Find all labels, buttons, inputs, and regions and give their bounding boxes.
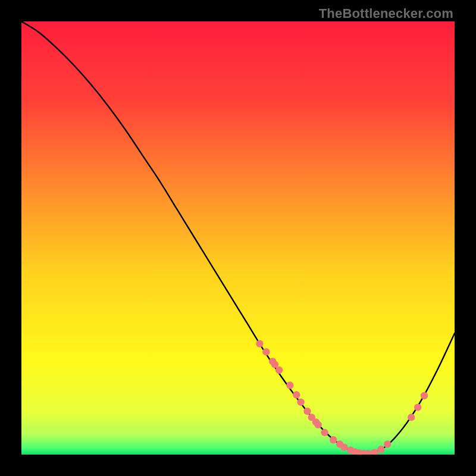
data-point (293, 391, 300, 398)
gradient-background (21, 21, 455, 455)
data-point (286, 381, 293, 389)
data-point (408, 414, 415, 421)
data-point (303, 408, 311, 415)
data-point (414, 403, 421, 411)
chart-svg (21, 21, 455, 455)
data-point (340, 443, 347, 450)
chart-frame (21, 21, 455, 455)
data-point (384, 440, 391, 447)
data-point (275, 367, 283, 374)
data-point (330, 436, 337, 443)
data-point (297, 399, 304, 406)
data-point (314, 421, 321, 428)
data-point (377, 446, 384, 453)
data-point (262, 348, 270, 355)
watermark-text: TheBottlenecker.com (319, 6, 453, 21)
data-point (256, 340, 263, 347)
data-point (421, 392, 428, 399)
data-point (321, 429, 328, 436)
